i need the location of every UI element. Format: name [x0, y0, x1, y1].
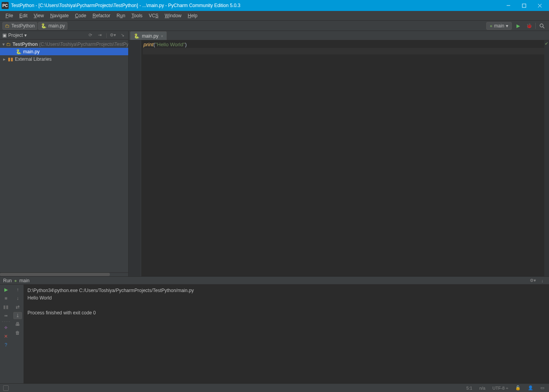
hector-icon[interactable]: 👤: [526, 385, 535, 390]
horizontal-scrollbar[interactable]: [0, 273, 110, 276]
window-title: TestPython - [C:\Users\Toshiya\PycharmPr…: [11, 3, 500, 8]
folder-icon: 🗀: [6, 42, 11, 47]
hide-pane-icon[interactable]: ↘: [119, 32, 126, 39]
file-encoding[interactable]: UTF-8 ÷: [491, 386, 510, 390]
close-button[interactable]: [532, 0, 547, 11]
tree-root-path: (C:\Users\Toshiya\PycharmProjects\TestPy…: [39, 42, 128, 47]
up-stack-button[interactable]: ↑: [13, 286, 22, 293]
collapse-all-icon[interactable]: ⇥: [96, 32, 104, 39]
navigation-toolbar: 🗀 TestPython 🐍 main.py ● main ▾ ▶ 🐞: [0, 21, 549, 31]
close-run-button[interactable]: ✕: [2, 333, 10, 340]
dump-threads-button[interactable]: ≔: [2, 312, 10, 319]
editor-tab-label: main.py: [142, 33, 158, 39]
menu-run[interactable]: Run: [113, 12, 128, 20]
editor-tab-main[interactable]: 🐍 main.py ×: [130, 31, 167, 40]
inspection-ok-icon[interactable]: ✔: [545, 41, 548, 46]
line-separator[interactable]: n/a: [478, 386, 487, 390]
python-file-icon: 🐍: [41, 23, 47, 29]
svg-rect-1: [522, 4, 526, 7]
menu-tools[interactable]: Tools: [128, 12, 145, 20]
svg-line-5: [543, 27, 544, 28]
breadcrumb-file[interactable]: 🐍 main.py: [38, 22, 67, 30]
minimize-button[interactable]: [500, 0, 516, 11]
console-line-0: D:\Python34\python.exe C:/Users/Toshiya/…: [27, 288, 194, 293]
python-icon: ●: [14, 278, 17, 283]
run-panel-title: Run: [3, 278, 12, 283]
read-only-toggle-icon[interactable]: 🔓: [514, 385, 522, 390]
caret-position[interactable]: 5:1: [465, 386, 474, 390]
search-everywhere-button[interactable]: [537, 22, 547, 30]
tool-windows-toggle-icon[interactable]: [3, 385, 9, 391]
expand-arrow-icon[interactable]: ▾: [2, 42, 5, 47]
scroll-to-end-button[interactable]: ⤓: [13, 312, 22, 319]
run-console[interactable]: D:\Python34\python.exe C:/Users/Toshiya/…: [24, 285, 549, 383]
run-toolbar-right: ↑ ↓ ⇄ ⤓ 🖶 🗑: [12, 285, 24, 383]
debug-button[interactable]: 🐞: [524, 22, 534, 30]
pause-button[interactable]: ▮▮: [2, 303, 10, 310]
menu-bar: File Edit View Navigate Code Refactor Ru…: [0, 11, 549, 21]
tree-file-label: main.py: [23, 49, 40, 54]
editor-gutter[interactable]: [129, 40, 141, 276]
app-icon: PC: [2, 2, 9, 9]
editor-area: 🐍 main.py × print("Hello World") ✔: [129, 31, 549, 276]
status-bar: 5:1 n/a UTF-8 ÷ 🔓 👤 ▭: [0, 383, 549, 392]
expand-arrow-icon[interactable]: ▸: [2, 56, 6, 62]
down-stack-button[interactable]: ↓: [13, 295, 22, 302]
restore-layout-button[interactable]: ✧: [2, 324, 10, 331]
memory-indicator[interactable]: ▭: [539, 385, 546, 390]
soft-wrap-button[interactable]: ⇄: [13, 303, 22, 310]
editor-tabs: 🐍 main.py ×: [129, 31, 549, 40]
run-tool-window: ▶ ■ ▮▮ ≔ ✧ ✕ ? ↑ ↓ ⇄ ⤓ 🖶 🗑 D:\Python34\p…: [0, 285, 549, 383]
menu-window[interactable]: Window: [162, 12, 185, 20]
folder-icon: 🗀: [5, 23, 10, 29]
svg-point-4: [540, 24, 543, 27]
breadcrumb-project-label: TestPython: [11, 23, 35, 29]
tree-root-label: TestPython: [13, 42, 38, 47]
menu-file[interactable]: File: [2, 12, 16, 20]
run-toolbar-left: ▶ ■ ▮▮ ≔ ✧ ✕ ?: [0, 285, 12, 383]
run-panel-hide-icon[interactable]: ↓: [539, 277, 546, 284]
tree-root[interactable]: ▾ 🗀 TestPython (C:\Users\Toshiya\Pycharm…: [0, 40, 128, 48]
menu-help[interactable]: Help: [185, 12, 201, 20]
editor-validation-stripe[interactable]: [544, 40, 549, 276]
breadcrumb-project[interactable]: 🗀 TestPython: [2, 22, 37, 30]
menu-code[interactable]: Code: [72, 12, 89, 20]
stop-button[interactable]: ■: [2, 295, 10, 302]
menu-vcs[interactable]: VCS: [145, 12, 162, 20]
clear-all-button[interactable]: 🗑: [13, 329, 22, 336]
run-panel-header: Run ● main ⚙▾ ↓: [0, 276, 549, 285]
project-pane-title[interactable]: ▣ Project ▾: [2, 33, 27, 38]
libraries-icon: ▮▮: [8, 56, 13, 62]
autoscroll-icon[interactable]: ⟳: [87, 32, 94, 39]
run-button[interactable]: ▶: [513, 22, 523, 30]
close-tab-icon[interactable]: ×: [161, 34, 163, 38]
help-button[interactable]: ?: [2, 341, 10, 348]
window-titlebar: PC TestPython - [C:\Users\Toshiya\Pychar…: [0, 0, 549, 11]
tree-ext-label: External Libraries: [15, 56, 51, 62]
tree-external-libraries[interactable]: ▸ ▮▮ External Libraries: [0, 55, 128, 63]
tree-file-main[interactable]: 🐍 main.py: [0, 48, 128, 55]
console-line-3: Process finished with exit code 0: [27, 310, 96, 316]
dropdown-icon: ▾: [24, 33, 27, 38]
menu-edit[interactable]: Edit: [16, 12, 31, 20]
settings-gear-icon[interactable]: ⚙▾: [109, 32, 116, 39]
project-view-icon: ▣: [2, 33, 7, 38]
rerun-button[interactable]: ▶: [2, 286, 10, 293]
project-pane-header: ▣ Project ▾ ⟳ ⇥ | ⚙▾ ↘: [0, 31, 128, 40]
run-config-selector[interactable]: ● main ▾: [486, 22, 512, 30]
run-panel-settings-icon[interactable]: ⚙▾: [529, 277, 536, 284]
breadcrumb-file-label: main.py: [48, 23, 65, 29]
code-content[interactable]: print("Hello World"): [141, 40, 549, 276]
menu-view[interactable]: View: [31, 12, 47, 20]
print-button[interactable]: 🖶: [13, 321, 22, 328]
maximize-button[interactable]: [516, 0, 532, 11]
project-tree[interactable]: ▾ 🗀 TestPython (C:\Users\Toshiya\Pycharm…: [0, 40, 128, 272]
menu-refactor[interactable]: Refactor: [89, 12, 113, 20]
python-icon: ●: [490, 23, 493, 29]
run-config-label: main: [494, 23, 504, 29]
python-file-icon: 🐍: [16, 49, 22, 54]
menu-navigate[interactable]: Navigate: [47, 12, 72, 20]
project-tool-window: ▣ Project ▾ ⟳ ⇥ | ⚙▾ ↘ ▾ 🗀 TestPython (C…: [0, 31, 129, 276]
code-editor[interactable]: print("Hello World") ✔: [129, 40, 549, 276]
run-panel-config: main: [19, 278, 29, 283]
